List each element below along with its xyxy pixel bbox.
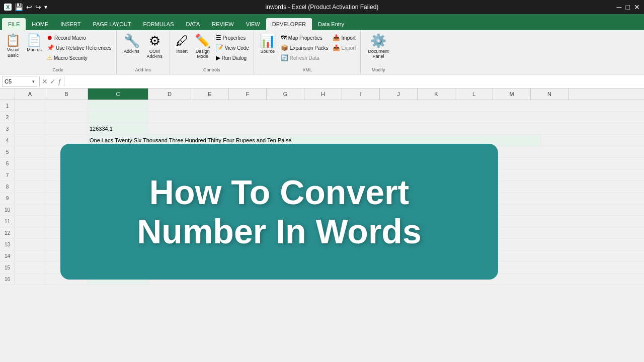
tab-data-entry[interactable]: Data Entry: [312, 18, 350, 30]
visual-basic-button[interactable]: 📋 VisualBasic: [3, 32, 23, 60]
sheet-cell[interactable]: [15, 135, 45, 146]
col-header-n[interactable]: N: [531, 88, 569, 100]
ribbon-group-addins: 🔧 Add-Ins ⚙ COMAdd-Ins Add-Ins: [117, 30, 170, 74]
sheet-cell[interactable]: [45, 112, 88, 123]
window-title: inwords - Excel (Product Activation Fail…: [0, 4, 644, 11]
save-icon[interactable]: 💾: [15, 3, 23, 11]
col-header-j[interactable]: J: [380, 88, 418, 100]
insert-control-button[interactable]: 🖊 Insert: [173, 32, 191, 55]
map-properties-button[interactable]: 🗺 Map Properties: [279, 33, 330, 42]
insert-function-icon[interactable]: ƒ: [58, 77, 62, 85]
row-num-corner: [0, 88, 15, 100]
macro-security-button[interactable]: ⚠ Macro Security: [45, 53, 113, 62]
modify-group-label: Modify: [365, 66, 391, 72]
addins-group-label: Add-Ins: [121, 66, 166, 72]
cell-ref-box[interactable]: C5 ▾: [2, 76, 37, 87]
formula-separator: [39, 76, 40, 86]
source-button[interactable]: 📊 Source: [257, 32, 278, 55]
document-panel-icon: ⚙️: [370, 33, 386, 49]
tab-data[interactable]: DATA: [180, 18, 206, 30]
cell-ref-dropdown[interactable]: ▾: [32, 79, 35, 84]
properties-button[interactable]: ☰ Properties: [214, 33, 251, 42]
map-properties-icon: 🗺: [281, 34, 287, 41]
run-icon: ▶: [216, 54, 220, 61]
excel-logo: X: [4, 4, 12, 11]
export-button[interactable]: 📤 Export: [331, 43, 358, 52]
refresh-icon: 🔄: [281, 54, 288, 61]
addins-icon: 🔧: [124, 33, 140, 49]
col-header-k[interactable]: K: [418, 88, 455, 100]
cell-c3[interactable]: 126334.1: [88, 123, 148, 134]
tab-formulas[interactable]: FORMULAS: [137, 18, 180, 30]
tab-review[interactable]: REVIEW: [206, 18, 239, 30]
run-dialog-button[interactable]: ▶ Run Dialog: [214, 53, 251, 62]
tab-file[interactable]: FILE: [2, 18, 26, 30]
ribbon-group-code: 📋 VisualBasic 📄 Macros ⏺ Record Macro 📌 …: [0, 30, 117, 74]
sheet-cell[interactable]: [15, 112, 45, 123]
confirm-formula-icon[interactable]: ✓: [50, 77, 56, 85]
view-code-button[interactable]: 📝 View Code: [214, 43, 251, 52]
overlay-line1: How To Convert: [149, 173, 409, 211]
sheet-cell[interactable]: [15, 100, 45, 111]
undo-icon[interactable]: ↩: [26, 3, 32, 11]
table-row: 1: [0, 100, 644, 112]
col-header-g[interactable]: G: [267, 88, 304, 100]
col-header-i[interactable]: I: [342, 88, 380, 100]
window-controls: ─ □ ✕: [617, 3, 640, 11]
cancel-formula-icon[interactable]: ✕: [42, 77, 48, 85]
col-headers: A B C D E F G H I J K L M N: [0, 88, 644, 100]
visual-basic-icon: 📋: [6, 33, 21, 47]
col-header-m[interactable]: M: [493, 88, 531, 100]
source-icon: 📊: [260, 33, 276, 49]
formula-input[interactable]: [66, 78, 642, 84]
close-icon[interactable]: ✕: [634, 3, 640, 11]
tab-page-layout[interactable]: PAGE LAYOUT: [87, 18, 137, 30]
tab-developer[interactable]: DEVELOPER: [266, 18, 312, 30]
sheet-cell[interactable]: [88, 100, 148, 111]
col-header-l[interactable]: L: [455, 88, 493, 100]
refresh-data-button[interactable]: 🔄 Refresh Data: [279, 53, 330, 62]
col-header-d[interactable]: D: [148, 88, 191, 100]
properties-icon: ☰: [216, 34, 221, 41]
more-commands-icon[interactable]: ▾: [44, 4, 47, 11]
expansion-packs-button[interactable]: 📦 Expansion Packs: [279, 43, 330, 52]
overlay-card: How To Convert Number In Words: [60, 144, 498, 280]
tab-insert[interactable]: INSERT: [54, 18, 87, 30]
sheet-cell[interactable]: [88, 112, 148, 123]
design-mode-button[interactable]: ✏️ DesignMode: [192, 32, 213, 60]
maximize-icon[interactable]: □: [626, 3, 630, 11]
sheet-cell[interactable]: [45, 100, 88, 111]
com-icon: ⚙: [149, 33, 160, 49]
controls-group-label: Controls: [173, 66, 251, 72]
xml-group-label: XML: [257, 66, 358, 72]
col-header-c[interactable]: C: [88, 88, 148, 100]
ribbon-group-xml: 📊 Source 🗺 Map Properties 📦 Expansion Pa…: [254, 30, 361, 74]
sheet-cell[interactable]: [45, 123, 88, 134]
record-icon: ⏺: [47, 34, 53, 41]
add-ins-button[interactable]: 🔧 Add-Ins: [121, 32, 143, 55]
sheet-cell[interactable]: [15, 123, 45, 134]
col-header-a[interactable]: A: [15, 88, 45, 100]
ribbon: 📋 VisualBasic 📄 Macros ⏺ Record Macro 📌 …: [0, 30, 644, 74]
code-group-label: Code: [3, 66, 113, 72]
macros-button[interactable]: 📄 Macros: [24, 32, 44, 54]
col-header-h[interactable]: H: [304, 88, 342, 100]
sheet-cell[interactable]: [15, 146, 45, 157]
tab-view[interactable]: VIEW: [240, 18, 266, 30]
minimize-icon[interactable]: ─: [617, 3, 622, 11]
overlay-text: How To Convert Number In Words: [137, 172, 421, 251]
document-panel-button[interactable]: ⚙️ DocumentPanel: [365, 32, 391, 60]
row-num: 2: [0, 112, 15, 123]
com-addins-button[interactable]: ⚙ COMAdd-Ins: [144, 32, 166, 60]
tab-home[interactable]: HOME: [26, 18, 54, 30]
record-macro-button[interactable]: ⏺ Record Macro: [45, 33, 113, 42]
use-relative-button[interactable]: 📌 Use Relative References: [45, 43, 113, 52]
redo-icon[interactable]: ↪: [35, 3, 41, 11]
insert-ctrl-icon: 🖊: [176, 33, 189, 49]
row-num: 3: [0, 123, 15, 134]
col-header-e[interactable]: E: [191, 88, 229, 100]
col-header-b[interactable]: B: [45, 88, 88, 100]
col-header-f[interactable]: F: [229, 88, 267, 100]
import-button[interactable]: 📥 Import: [331, 33, 358, 42]
expansion-icon: 📦: [281, 44, 288, 51]
